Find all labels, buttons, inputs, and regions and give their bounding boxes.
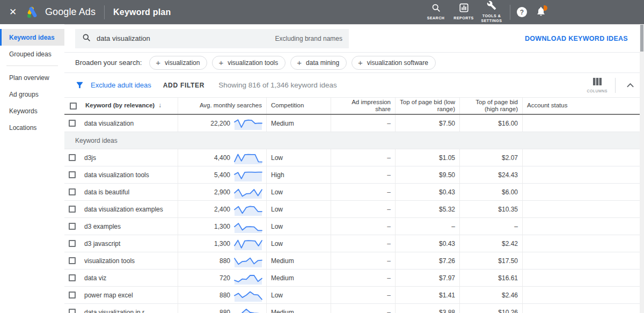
search-nav-button[interactable]: SEARCH [422, 3, 449, 21]
bid-low-value: $7.97 [439, 274, 455, 282]
trend-sparkline [234, 168, 262, 182]
row-checkbox[interactable] [69, 120, 76, 127]
ad-impression-value: – [387, 309, 391, 313]
searches-cell: 1,300 [178, 218, 267, 235]
columns-button-label: COLUMNS [587, 89, 608, 93]
ad-impression-cell: – [331, 166, 396, 183]
account-status-cell [523, 304, 644, 313]
row-checkbox[interactable] [69, 206, 76, 213]
keyword-search-input[interactable]: data visualization Excluding brand names [75, 29, 349, 48]
header-competition[interactable]: Competition [267, 98, 331, 114]
scrollbar-thumb[interactable] [640, 25, 643, 52]
table-row: power map excel 880 Low – $1.41 $2.46 [64, 287, 644, 304]
keyword-cell-label: data viz [84, 274, 106, 282]
row-checkbox[interactable] [69, 154, 76, 161]
sidebar-item-keyword-ideas[interactable]: Keyword ideas [0, 29, 64, 46]
searches-value: 22,200 [210, 120, 230, 127]
row-checkbox[interactable] [69, 257, 76, 264]
ad-impression-value: – [387, 292, 391, 299]
sidebar-item-locations[interactable]: Locations [0, 119, 64, 136]
row-checkbox[interactable] [69, 309, 76, 313]
keyword-cell: data visualization [64, 115, 178, 132]
bid-low-cell: $0.43 [396, 235, 460, 252]
columns-button[interactable]: COLUMNS [587, 78, 608, 93]
searches-value: 880 [219, 292, 230, 299]
keyword-cell: data visualization examples [64, 201, 178, 217]
bid-high-cell: $24.43 [460, 166, 523, 183]
ad-impression-cell: – [331, 304, 396, 313]
searches-cell: 4,400 [178, 149, 267, 166]
competition-cell: Low [267, 235, 331, 252]
row-checkbox[interactable] [69, 188, 76, 195]
header-account-status[interactable]: Account status [523, 98, 644, 114]
tools-settings-nav-button[interactable]: TOOLS & SETTINGS [478, 1, 505, 24]
download-keyword-ideas-link[interactable]: DOWNLOAD KEYWORD IDEAS [525, 35, 628, 42]
sidebar-item-keywords[interactable]: Keywords [0, 103, 64, 119]
plus-icon: + [218, 59, 223, 67]
chip-visualization-software[interactable]: + visualization software [352, 56, 436, 70]
account-status-cell [523, 184, 644, 200]
ad-impression-value: – [387, 154, 391, 162]
ad-impression-cell: – [331, 115, 396, 132]
google-ads-logo-icon[interactable] [26, 5, 40, 19]
chip-visualization-tools[interactable]: + visualization tools [212, 56, 286, 70]
row-checkbox[interactable] [69, 292, 76, 299]
reports-nav-button[interactable]: REPORTS [450, 3, 477, 21]
chip-visualization[interactable]: + visualization [149, 56, 207, 70]
keyword-cell-label: power map excel [84, 292, 133, 299]
table-body: data visualization 22,200 Medium – $7.50… [64, 115, 644, 313]
sidebar-item-ad-groups[interactable]: Ad groups [0, 86, 64, 103]
bid-low-value: $9.50 [439, 171, 455, 179]
product-name: Google Ads [45, 6, 96, 18]
exclude-adult-ideas-filter[interactable]: Exclude adult ideas [91, 81, 151, 89]
table-row: data visualization examples 2,400 Low – … [64, 201, 644, 218]
searches-value: 880 [219, 309, 230, 313]
collapse-panel-button[interactable] [624, 81, 636, 90]
keyword-cell-label: data is beautiful [84, 188, 129, 196]
close-icon[interactable]: ✕ [0, 6, 26, 18]
bid-low-value: $0.43 [439, 240, 455, 248]
notifications-bell-icon[interactable] [536, 6, 546, 19]
help-icon[interactable]: ? [517, 7, 527, 17]
trend-sparkline [234, 151, 262, 165]
chip-data-mining[interactable]: + data mining [290, 56, 347, 70]
competition-value: Low [271, 188, 283, 196]
header-ad-impression-share[interactable]: Ad impression share [331, 98, 396, 114]
keyword-cell-label: d3js [84, 154, 96, 162]
table-row: data visualization 22,200 Medium – $7.50… [64, 115, 644, 132]
row-checkbox[interactable] [69, 223, 76, 230]
sidebar: Keyword ideas Grouped ideas Plan overvie… [0, 24, 64, 313]
keyword-cell-label: d3 examples [84, 223, 121, 230]
keyword-cell: d3 examples [64, 218, 178, 235]
searches-value: 4,400 [214, 154, 230, 162]
bid-low-cell: $5.32 [396, 201, 460, 217]
trend-sparkline [234, 254, 262, 268]
reports-nav-label: REPORTS [453, 16, 473, 21]
header-bid-high[interactable]: Top of page bid (high range) [460, 98, 523, 114]
row-checkbox[interactable] [69, 240, 76, 247]
bid-high-cell: $10.26 [460, 304, 523, 313]
sidebar-item-plan-overview[interactable]: Plan overview [0, 69, 64, 86]
bid-high-cell: $2.42 [460, 235, 523, 252]
topbar-actions: SEARCH REPORTS TOOLS & SETTINGS ? [422, 1, 546, 24]
header-bid-low[interactable]: Top of page bid (low range) [396, 98, 460, 114]
keyword-cell: power map excel [64, 287, 178, 303]
keyword-cell: data visualization tools [64, 166, 178, 183]
table-header: Keyword (by relevance) ↓ Avg. monthly se… [64, 98, 644, 115]
header-avg-monthly-searches[interactable]: Avg. monthly searches [178, 98, 267, 114]
row-checkbox[interactable] [69, 274, 76, 281]
select-all-checkbox[interactable] [70, 103, 77, 110]
sidebar-item-grouped-ideas[interactable]: Grouped ideas [0, 46, 64, 62]
row-checkbox[interactable] [69, 171, 76, 178]
vertical-scrollbar[interactable] [640, 24, 644, 313]
columns-icon [592, 78, 602, 88]
header-keyword[interactable]: Keyword (by relevance) ↓ [64, 98, 178, 114]
searches-cell: 880 [178, 304, 267, 313]
keyword-cell: d3 javascript [64, 235, 178, 252]
add-filter-button[interactable]: ADD FILTER [163, 82, 204, 89]
keyword-cell: d3js [64, 149, 178, 166]
trend-sparkline [234, 305, 262, 313]
ad-impression-cell: – [331, 252, 396, 269]
filter-funnel-icon [75, 81, 84, 90]
search-row: data visualization Excluding brand names… [64, 25, 644, 53]
